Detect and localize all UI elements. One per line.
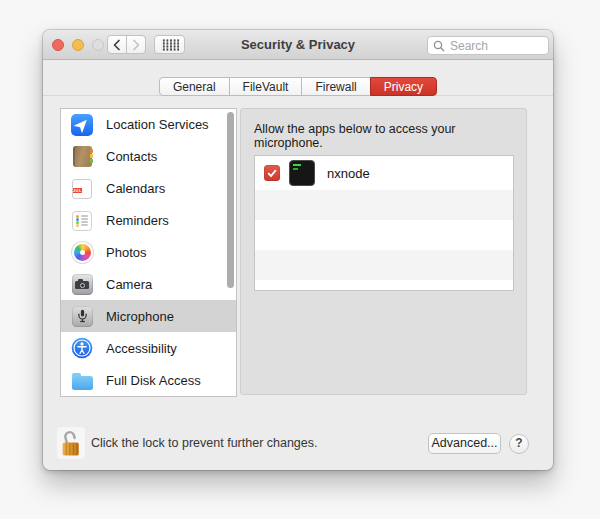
screenshot-stage: Security & Privacy General FileVault Fir… xyxy=(0,0,600,519)
privacy-sidebar: Location Services Contacts JUL 17 xyxy=(60,108,237,397)
close-button[interactable] xyxy=(52,39,64,51)
tab-firewall[interactable]: Firewall xyxy=(301,77,370,96)
microphone-icon xyxy=(71,305,93,327)
sidebar-item-microphone[interactable]: Microphone xyxy=(61,300,236,332)
sidebar-item-calendars[interactable]: JUL 17 Calendars xyxy=(61,173,236,205)
photos-icon xyxy=(71,242,93,264)
tab-bar: General FileVault Firewall Privacy xyxy=(43,77,553,96)
grid-icon xyxy=(161,39,179,51)
sidebar-item-camera[interactable]: Camera xyxy=(61,268,236,300)
sidebar-item-label: Reminders xyxy=(106,213,169,228)
chevron-right-icon xyxy=(131,39,141,51)
zoom-button-disabled xyxy=(92,39,104,51)
lock-instruction-text: Click the lock to prevent further change… xyxy=(91,436,318,450)
search-field[interactable] xyxy=(427,36,549,55)
tab-privacy[interactable]: Privacy xyxy=(370,77,437,96)
sidebar-item-contacts[interactable]: Contacts xyxy=(61,141,236,173)
panel-instruction: Allow the apps below to access your micr… xyxy=(254,122,526,150)
microphone-panel: Allow the apps below to access your micr… xyxy=(240,108,527,395)
camera-icon xyxy=(71,273,93,295)
app-checkbox-checked[interactable] xyxy=(264,165,280,181)
tab-filevault[interactable]: FileVault xyxy=(229,77,303,96)
nav-buttons xyxy=(107,35,146,54)
sidebar-item-label: Accessibility xyxy=(106,341,177,356)
sidebar-item-label: Full Disk Access xyxy=(106,373,201,388)
help-button[interactable]: ? xyxy=(509,434,529,454)
sidebar-item-location-services[interactable]: Location Services xyxy=(61,109,236,141)
title-bar: Security & Privacy xyxy=(43,30,553,60)
search-icon xyxy=(433,40,445,52)
list-row-empty xyxy=(255,220,513,250)
sidebar-item-accessibility[interactable]: Accessibility xyxy=(61,332,236,364)
list-row-empty xyxy=(255,190,513,220)
chevron-left-icon xyxy=(112,39,122,51)
sidebar-item-label: Photos xyxy=(106,245,146,260)
app-list: nxnode xyxy=(254,155,514,291)
sidebar-item-reminders[interactable]: Reminders xyxy=(61,205,236,237)
terminal-app-icon xyxy=(289,160,315,186)
sidebar-item-label: Microphone xyxy=(106,309,174,324)
accessibility-icon xyxy=(71,337,93,359)
sidebar-item-label: Contacts xyxy=(106,149,157,164)
forward-button xyxy=(126,35,146,54)
checkmark-icon xyxy=(267,169,277,178)
back-button[interactable] xyxy=(107,35,127,54)
app-row-nxnode[interactable]: nxnode xyxy=(255,156,513,190)
sidebar-item-label: Camera xyxy=(106,277,152,292)
lock-button[interactable] xyxy=(57,427,85,459)
sidebar-item-label: Location Services xyxy=(106,117,209,132)
tab-general[interactable]: General xyxy=(159,77,230,96)
full-disk-access-icon xyxy=(71,369,93,391)
sidebar-scrollbar-thumb[interactable] xyxy=(227,112,234,288)
app-name: nxnode xyxy=(327,166,370,181)
security-privacy-window: Security & Privacy General FileVault Fir… xyxy=(43,30,553,470)
sidebar-item-full-disk-access[interactable]: Full Disk Access xyxy=(61,364,236,396)
location-services-icon xyxy=(71,114,93,136)
show-all-button[interactable] xyxy=(154,35,185,54)
unlocked-padlock-icon xyxy=(60,429,82,457)
traffic-lights xyxy=(52,39,104,51)
calendars-icon: JUL 17 xyxy=(71,178,93,200)
sidebar-item-photos[interactable]: Photos xyxy=(61,237,236,269)
contacts-icon xyxy=(71,146,93,168)
reminders-icon xyxy=(71,210,93,232)
advanced-button[interactable]: Advanced... xyxy=(428,433,501,454)
list-row-empty xyxy=(255,250,513,280)
list-row-empty xyxy=(255,280,513,291)
sidebar-item-label: Calendars xyxy=(106,181,165,196)
minimize-button[interactable] xyxy=(72,39,84,51)
search-input[interactable] xyxy=(448,38,543,54)
